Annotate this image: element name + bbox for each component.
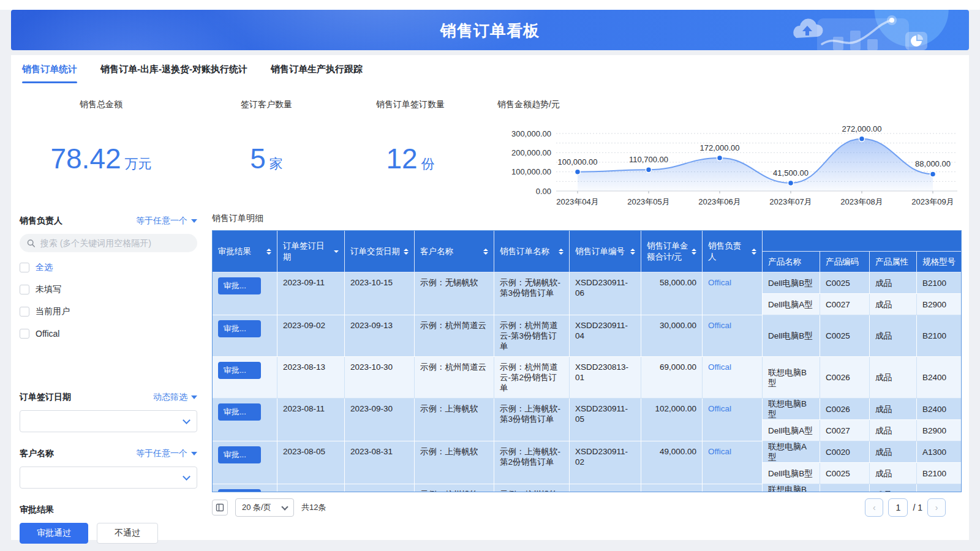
- data-point[interactable]: [859, 136, 865, 141]
- page-size-select[interactable]: 20 条/页: [235, 498, 294, 517]
- sort-icon[interactable]: [559, 249, 564, 255]
- owner-option-unfilled[interactable]: 未填写: [20, 283, 197, 296]
- approval-cell: 审批...: [213, 484, 277, 492]
- col-order-name: 销售订单名称: [494, 231, 570, 272]
- amount-cell: 52,000.00: [641, 484, 703, 492]
- owner-cell[interactable]: Offical: [703, 399, 763, 441]
- filter-owner-operator[interactable]: 等于任意一个: [136, 216, 197, 227]
- banner-decor-graphic: [779, 11, 932, 50]
- tab-sales-order-stats[interactable]: 销售订单统计: [22, 64, 77, 83]
- sort-icon[interactable]: [692, 249, 696, 255]
- option-label: 未填写: [36, 284, 61, 295]
- chevron-down-icon: [183, 416, 190, 424]
- dashboard-banner: 销售订单看板: [11, 10, 969, 50]
- order-table-container[interactable]: 审批结果 订单签订日期 订单交货日期 客户名称 销售订单名称 销售订单编号 销售…: [212, 230, 962, 492]
- checkbox[interactable]: [20, 329, 29, 339]
- approval-cell: 审批...: [213, 315, 277, 357]
- approve-status-button[interactable]: 审批...: [218, 362, 261, 379]
- prev-page-button[interactable]: ‹: [865, 498, 883, 517]
- dashboard-body: 销售订单统计 销售订单-出库-退换货-对账执行统计 销售订单生产执行跟踪 销售总…: [11, 55, 969, 540]
- product-code-cell: C0026: [820, 357, 870, 399]
- owner-cell[interactable]: Offical: [703, 272, 763, 315]
- owner-option-select-all[interactable]: 全选: [20, 261, 197, 274]
- owner-cell[interactable]: Offical: [703, 484, 763, 492]
- next-page-button[interactable]: ›: [927, 498, 946, 517]
- approve-status-button[interactable]: 审批...: [218, 320, 261, 337]
- kpi-total-sales: 销售总金额 78.42万元: [18, 91, 184, 204]
- data-point[interactable]: [930, 171, 936, 177]
- owner-cell[interactable]: Offical: [703, 441, 763, 484]
- product-code-cell: C0027: [820, 420, 870, 441]
- product-code-cell: C0026: [820, 399, 870, 420]
- amount-cell: 69,000.00: [641, 357, 703, 399]
- order-name-cell: 示例：上海帆软-第3份销售订单: [494, 399, 570, 441]
- y-tick-label: 300,000.00: [511, 129, 551, 138]
- sign-date-select[interactable]: [20, 410, 197, 432]
- table-settings-button[interactable]: [212, 500, 228, 515]
- kpi-customer-count: 签订客户数量 5家: [184, 91, 349, 204]
- approve-status-button[interactable]: 审批...: [218, 277, 261, 294]
- customer-select[interactable]: [20, 467, 197, 489]
- product-attr-cell: 成品: [870, 315, 917, 357]
- table-row: 审批...2023-08-012023-08-31示例：杭州帆软示例：杭州帆软-…: [213, 484, 962, 492]
- sign-date-cell: 2023-09-11: [277, 272, 345, 315]
- data-point[interactable]: [575, 169, 581, 174]
- product-attr-cell: 成品: [870, 272, 917, 294]
- sort-icon[interactable]: [483, 249, 488, 255]
- order-no-cell: XSDD230911-04: [570, 315, 641, 357]
- owner-search[interactable]: [20, 234, 197, 252]
- product-name-cell: Dell电脑B型: [763, 315, 820, 357]
- amount-cell: 102,000.00: [641, 399, 703, 441]
- owner-cell[interactable]: Offical: [703, 315, 763, 357]
- owner-option-current-user[interactable]: 当前用户: [20, 305, 197, 318]
- customer-cell: 示例：杭州简道云: [415, 357, 494, 399]
- product-attr-cell: 成品: [870, 294, 917, 315]
- y-tick-label: 100,000.00: [511, 167, 551, 176]
- owner-cell[interactable]: Offical: [703, 357, 763, 399]
- product-attr-cell: 成品: [870, 399, 917, 420]
- product-spec-cell: B2100: [917, 463, 962, 484]
- sort-desc-icon[interactable]: [334, 250, 339, 253]
- tab-production-tracking[interactable]: 销售订单生产执行跟踪: [271, 64, 363, 83]
- sign-date-cell: 2023-08-13: [277, 357, 345, 399]
- filter-sign-date-label: 订单签订日期: [20, 392, 71, 403]
- data-point[interactable]: [788, 180, 794, 186]
- filter-sign-date-operator[interactable]: 动态筛选: [153, 392, 197, 403]
- approve-status-button[interactable]: 审批...: [218, 403, 261, 421]
- delivery-date-cell: 2023-10-30: [345, 357, 415, 399]
- product-name-cell: 联想电脑B型: [763, 357, 820, 399]
- product-attr-cell: 成品: [870, 463, 917, 484]
- chevron-down-icon: [281, 503, 288, 510]
- approve-status-button[interactable]: 审批...: [218, 446, 261, 463]
- col-product-name: 产品名称: [763, 252, 820, 272]
- tab-outbound-return-stats[interactable]: 销售订单-出库-退换货-对账执行统计: [100, 64, 247, 83]
- amount-cell: 58,000.00: [641, 272, 703, 315]
- data-point-label: 41,500.00: [773, 168, 809, 178]
- owner-search-input[interactable]: [40, 238, 190, 248]
- pie-chart-icon: [905, 32, 927, 50]
- filter-customer-operator[interactable]: 等于任意一个: [136, 448, 197, 459]
- checkbox[interactable]: [20, 285, 29, 294]
- order-name-cell: 示例：杭州简道云-第3份销售订单: [494, 315, 570, 357]
- checkbox[interactable]: [20, 307, 29, 317]
- order-name-cell: 示例：上海帆软-第2份销售订单: [494, 441, 570, 484]
- sort-icon[interactable]: [266, 249, 271, 255]
- customer-cell: 示例：杭州简道云: [415, 315, 494, 357]
- sort-icon[interactable]: [404, 249, 409, 255]
- customer-cell: 示例：无锡帆软: [415, 272, 494, 315]
- checkbox[interactable]: [20, 263, 29, 272]
- page-number-input[interactable]: [888, 498, 908, 517]
- order-no-cell: XSDD230911-05: [570, 399, 641, 441]
- approval-pass-button[interactable]: 审批通过: [20, 523, 88, 544]
- data-point[interactable]: [646, 167, 652, 173]
- approval-reject-button[interactable]: 不通过: [97, 523, 158, 544]
- frozen-column-icon: [216, 503, 224, 512]
- owner-option-offical[interactable]: Offical: [20, 327, 197, 340]
- sort-icon[interactable]: [630, 249, 635, 255]
- data-point-label: 110,700.00: [629, 155, 668, 164]
- order-name-cell: 示例：无锡帆软-第3份销售订单: [494, 272, 570, 315]
- data-point[interactable]: [717, 156, 723, 161]
- sort-icon[interactable]: [752, 249, 756, 255]
- x-tick-label: 2023年06月: [698, 197, 741, 206]
- customer-cell: 示例：上海帆软: [415, 441, 494, 484]
